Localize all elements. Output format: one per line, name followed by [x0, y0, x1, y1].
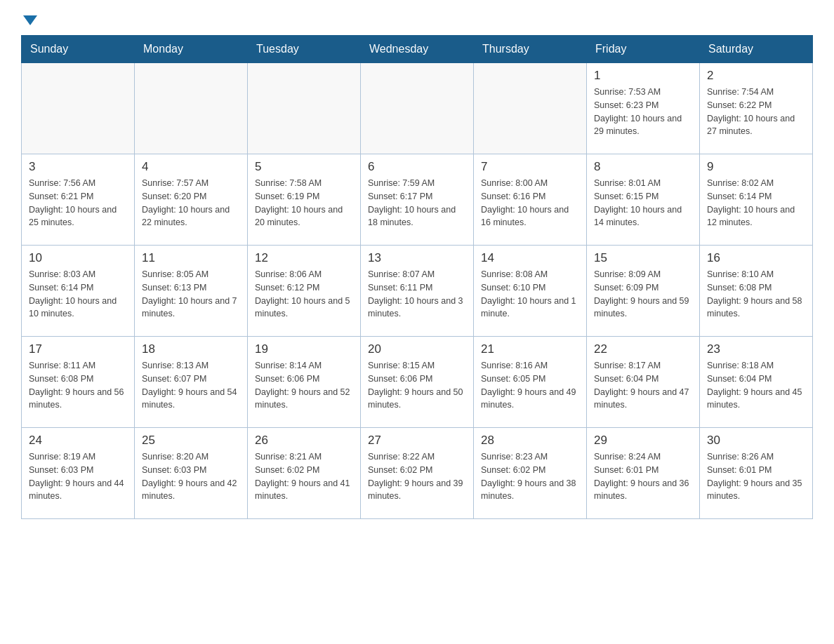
calendar-cell: 20Sunrise: 8:15 AMSunset: 6:06 PMDayligh… — [361, 337, 474, 428]
day-info: Sunrise: 8:03 AMSunset: 6:14 PMDaylight:… — [29, 268, 127, 321]
calendar-week-row: 17Sunrise: 8:11 AMSunset: 6:08 PMDayligh… — [22, 337, 813, 428]
day-number: 21 — [481, 342, 579, 356]
day-number: 4 — [142, 160, 240, 174]
calendar-cell: 1Sunrise: 7:53 AMSunset: 6:23 PMDaylight… — [587, 63, 700, 154]
calendar-cell: 9Sunrise: 8:02 AMSunset: 6:14 PMDaylight… — [700, 154, 813, 246]
page-header — [21, 14, 813, 22]
day-number: 1 — [594, 69, 692, 83]
day-info: Sunrise: 8:13 AMSunset: 6:07 PMDaylight:… — [142, 359, 240, 412]
calendar-cell: 14Sunrise: 8:08 AMSunset: 6:10 PMDayligh… — [474, 246, 587, 337]
day-number: 22 — [594, 342, 692, 356]
weekday-header-monday: Monday — [135, 36, 248, 63]
day-info: Sunrise: 7:56 AMSunset: 6:21 PMDaylight:… — [29, 177, 127, 229]
calendar-cell: 22Sunrise: 8:17 AMSunset: 6:04 PMDayligh… — [587, 337, 700, 428]
day-number: 16 — [707, 251, 805, 265]
day-number: 10 — [29, 251, 127, 265]
calendar-cell: 10Sunrise: 8:03 AMSunset: 6:14 PMDayligh… — [22, 246, 135, 337]
day-info: Sunrise: 8:23 AMSunset: 6:02 PMDaylight:… — [481, 450, 579, 503]
calendar-cell: 6Sunrise: 7:59 AMSunset: 6:17 PMDaylight… — [361, 154, 474, 246]
weekday-header-saturday: Saturday — [700, 36, 813, 63]
calendar-cell: 15Sunrise: 8:09 AMSunset: 6:09 PMDayligh… — [587, 246, 700, 337]
day-number: 8 — [594, 160, 692, 174]
day-info: Sunrise: 8:20 AMSunset: 6:03 PMDaylight:… — [142, 450, 240, 503]
day-number: 27 — [368, 434, 466, 448]
calendar-cell: 5Sunrise: 7:58 AMSunset: 6:19 PMDaylight… — [248, 154, 361, 246]
day-info: Sunrise: 8:18 AMSunset: 6:04 PMDaylight:… — [707, 359, 805, 412]
day-number: 19 — [255, 342, 353, 356]
day-info: Sunrise: 7:57 AMSunset: 6:20 PMDaylight:… — [142, 177, 240, 229]
weekday-header-tuesday: Tuesday — [248, 36, 361, 63]
day-number: 5 — [255, 160, 353, 174]
day-info: Sunrise: 7:54 AMSunset: 6:22 PMDaylight:… — [707, 86, 805, 138]
calendar-week-row: 24Sunrise: 8:19 AMSunset: 6:03 PMDayligh… — [22, 428, 813, 519]
day-info: Sunrise: 8:21 AMSunset: 6:02 PMDaylight:… — [255, 450, 353, 503]
day-info: Sunrise: 8:26 AMSunset: 6:01 PMDaylight:… — [707, 450, 805, 503]
calendar-cell: 24Sunrise: 8:19 AMSunset: 6:03 PMDayligh… — [22, 428, 135, 519]
day-number: 26 — [255, 434, 353, 448]
calendar-week-row: 1Sunrise: 7:53 AMSunset: 6:23 PMDaylight… — [22, 63, 813, 154]
day-number: 15 — [594, 251, 692, 265]
calendar-cell: 28Sunrise: 8:23 AMSunset: 6:02 PMDayligh… — [474, 428, 587, 519]
logo — [21, 14, 37, 22]
day-info: Sunrise: 8:15 AMSunset: 6:06 PMDaylight:… — [368, 359, 466, 412]
calendar-week-row: 10Sunrise: 8:03 AMSunset: 6:14 PMDayligh… — [22, 246, 813, 337]
calendar-header-row: SundayMondayTuesdayWednesdayThursdayFrid… — [22, 36, 813, 63]
day-number: 13 — [368, 251, 466, 265]
calendar-cell: 23Sunrise: 8:18 AMSunset: 6:04 PMDayligh… — [700, 337, 813, 428]
day-number: 23 — [707, 342, 805, 356]
day-number: 6 — [368, 160, 466, 174]
day-info: Sunrise: 8:11 AMSunset: 6:08 PMDaylight:… — [29, 359, 127, 412]
weekday-header-thursday: Thursday — [474, 36, 587, 63]
day-number: 20 — [368, 342, 466, 356]
day-info: Sunrise: 8:24 AMSunset: 6:01 PMDaylight:… — [594, 450, 692, 503]
day-number: 2 — [707, 69, 805, 83]
day-info: Sunrise: 8:19 AMSunset: 6:03 PMDaylight:… — [29, 450, 127, 503]
calendar-cell — [474, 63, 587, 154]
calendar-cell: 7Sunrise: 8:00 AMSunset: 6:16 PMDaylight… — [474, 154, 587, 246]
calendar-cell — [361, 63, 474, 154]
day-number: 18 — [142, 342, 240, 356]
day-info: Sunrise: 8:06 AMSunset: 6:12 PMDaylight:… — [255, 268, 353, 321]
day-info: Sunrise: 8:17 AMSunset: 6:04 PMDaylight:… — [594, 359, 692, 412]
day-info: Sunrise: 8:09 AMSunset: 6:09 PMDaylight:… — [594, 268, 692, 321]
calendar-cell — [248, 63, 361, 154]
calendar-cell: 16Sunrise: 8:10 AMSunset: 6:08 PMDayligh… — [700, 246, 813, 337]
calendar-cell: 25Sunrise: 8:20 AMSunset: 6:03 PMDayligh… — [135, 428, 248, 519]
day-info: Sunrise: 8:00 AMSunset: 6:16 PMDaylight:… — [481, 177, 579, 229]
day-number: 11 — [142, 251, 240, 265]
calendar-cell: 19Sunrise: 8:14 AMSunset: 6:06 PMDayligh… — [248, 337, 361, 428]
logo-arrow-icon — [23, 15, 37, 25]
day-info: Sunrise: 8:07 AMSunset: 6:11 PMDaylight:… — [368, 268, 466, 321]
calendar-cell: 27Sunrise: 8:22 AMSunset: 6:02 PMDayligh… — [361, 428, 474, 519]
day-number: 17 — [29, 342, 127, 356]
day-number: 29 — [594, 434, 692, 448]
calendar-cell: 17Sunrise: 8:11 AMSunset: 6:08 PMDayligh… — [22, 337, 135, 428]
day-number: 7 — [481, 160, 579, 174]
calendar-cell: 11Sunrise: 8:05 AMSunset: 6:13 PMDayligh… — [135, 246, 248, 337]
day-info: Sunrise: 8:01 AMSunset: 6:15 PMDaylight:… — [594, 177, 692, 229]
day-number: 9 — [707, 160, 805, 174]
day-number: 14 — [481, 251, 579, 265]
day-info: Sunrise: 8:16 AMSunset: 6:05 PMDaylight:… — [481, 359, 579, 412]
weekday-header-wednesday: Wednesday — [361, 36, 474, 63]
day-number: 28 — [481, 434, 579, 448]
calendar-cell: 13Sunrise: 8:07 AMSunset: 6:11 PMDayligh… — [361, 246, 474, 337]
calendar-cell: 26Sunrise: 8:21 AMSunset: 6:02 PMDayligh… — [248, 428, 361, 519]
day-info: Sunrise: 8:10 AMSunset: 6:08 PMDaylight:… — [707, 268, 805, 321]
weekday-header-sunday: Sunday — [22, 36, 135, 63]
calendar-cell: 21Sunrise: 8:16 AMSunset: 6:05 PMDayligh… — [474, 337, 587, 428]
calendar-cell: 30Sunrise: 8:26 AMSunset: 6:01 PMDayligh… — [700, 428, 813, 519]
day-info: Sunrise: 8:02 AMSunset: 6:14 PMDaylight:… — [707, 177, 805, 229]
calendar-cell — [22, 63, 135, 154]
calendar-cell: 4Sunrise: 7:57 AMSunset: 6:20 PMDaylight… — [135, 154, 248, 246]
calendar-cell: 8Sunrise: 8:01 AMSunset: 6:15 PMDaylight… — [587, 154, 700, 246]
day-info: Sunrise: 8:22 AMSunset: 6:02 PMDaylight:… — [368, 450, 466, 503]
day-info: Sunrise: 7:59 AMSunset: 6:17 PMDaylight:… — [368, 177, 466, 229]
calendar-cell: 18Sunrise: 8:13 AMSunset: 6:07 PMDayligh… — [135, 337, 248, 428]
day-number: 12 — [255, 251, 353, 265]
calendar-cell: 2Sunrise: 7:54 AMSunset: 6:22 PMDaylight… — [700, 63, 813, 154]
calendar-cell — [135, 63, 248, 154]
day-info: Sunrise: 8:05 AMSunset: 6:13 PMDaylight:… — [142, 268, 240, 321]
day-number: 3 — [29, 160, 127, 174]
day-info: Sunrise: 7:53 AMSunset: 6:23 PMDaylight:… — [594, 86, 692, 138]
